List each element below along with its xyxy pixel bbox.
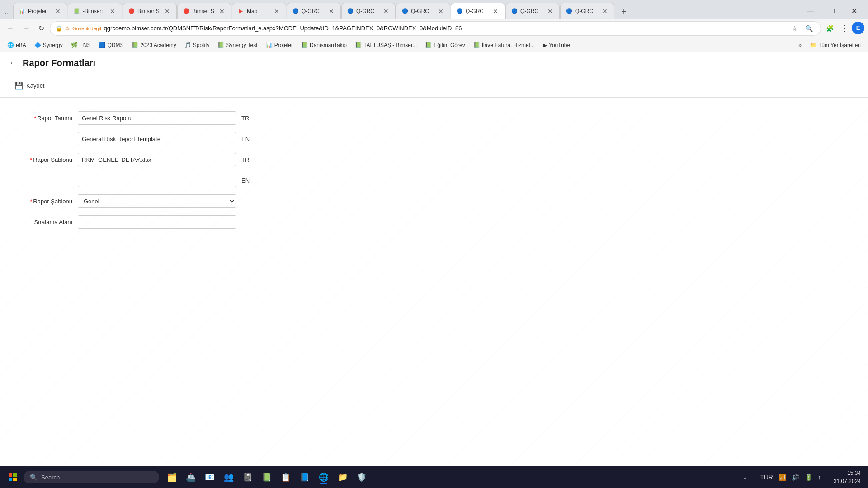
tab-qgrc4-active[interactable]: 🔵 Q-GRC ✕ — [451, 3, 505, 19]
taskbar-tasks-icon[interactable]: 📋 — [277, 468, 295, 486]
tab-mab[interactable]: ▶ Mab ✕ — [232, 3, 286, 19]
bookmark-danisman-label: DanismanTakip — [310, 42, 347, 48]
tab-bimser-s1-favicon: 🔴 — [128, 8, 135, 14]
tab-qgrc6[interactable]: 🔵 Q-GRC ✕ — [560, 3, 614, 19]
bookmark-2023academy[interactable]: 📗 2023 Academy — [128, 41, 179, 50]
tab-bimser-s2-favicon: 🔴 — [183, 8, 189, 14]
save-button[interactable]: 💾 Kaydet — [9, 79, 50, 93]
search-in-page[interactable]: 🔍 — [802, 22, 815, 35]
tab-qgrc5[interactable]: 🔵 Q-GRC ✕ — [505, 3, 560, 19]
tab-mab-close[interactable]: ✕ — [273, 8, 280, 15]
bookmark-synergy[interactable]: 🔷 Synergy — [31, 41, 66, 50]
bookmark-youtube[interactable]: ▶ YouTube — [539, 41, 574, 50]
tab-bimser-excel-close[interactable]: ✕ — [109, 8, 116, 15]
battery-icon[interactable]: 🔋 — [803, 472, 814, 483]
wifi-icon[interactable]: 📶 — [777, 472, 788, 483]
tab-mab-favicon: ▶ — [238, 8, 244, 14]
tab-projeler[interactable]: 📊 Projeler ✕ — [13, 3, 67, 19]
close-button[interactable]: ✕ — [844, 3, 864, 19]
siralama-alani-input[interactable] — [78, 215, 236, 229]
taskbar-teams-icon[interactable]: 👥 — [220, 468, 238, 486]
profile-button[interactable]: E — [852, 22, 864, 34]
tab-qgrc4-title: Q-GRC — [466, 8, 489, 14]
minimize-button[interactable]: — — [800, 3, 821, 19]
bookmark-egitim-label: Eğitim Görev — [434, 42, 465, 48]
bookmark-egitim[interactable]: 📗 Eğitim Görev — [421, 41, 468, 50]
taskbar-word-icon[interactable]: 📘 — [296, 468, 314, 486]
bookmark-youtube-favicon: ▶ — [543, 42, 547, 48]
taskbar-ship-icon[interactable]: 🚢 — [182, 468, 200, 486]
back-button[interactable]: ← — [4, 22, 17, 35]
bookmark-youtube-label: YouTube — [549, 42, 570, 48]
taskbar-pinned-icons: 🗂️ 🚢 📧 👥 📓 📗 📋 📘 🌐 📁 🛡️ — [163, 468, 371, 486]
taskbar-clock[interactable]: 15:34 31.07.2024 — [830, 469, 864, 485]
bookmarks-more-btn[interactable]: » — [795, 41, 805, 50]
taskbar-file-explorer-icon[interactable]: 📁 — [334, 468, 352, 486]
folder-icon: 📁 — [810, 42, 816, 48]
bookmark-projeler[interactable]: 📊 Projeler — [262, 41, 297, 50]
bookmark-eba[interactable]: 🌐 eBA — [4, 41, 30, 50]
refresh-button[interactable]: ↻ — [34, 22, 48, 35]
tab-qgrc3-close[interactable]: ✕ — [437, 8, 444, 15]
svg-rect-1 — [13, 473, 17, 477]
tab-qgrc5-close[interactable]: ✕ — [547, 8, 554, 15]
tab-qgrc2-close[interactable]: ✕ — [382, 8, 390, 15]
bookmark-danisman-favicon: 📗 — [301, 42, 308, 48]
extensions-btn[interactable]: 🧩 — [823, 22, 836, 35]
bookmark-synergy-test-favicon: 📗 — [217, 42, 224, 48]
taskbar-chrome-icon[interactable]: 🌐 — [315, 468, 333, 486]
tab-bimser-s1[interactable]: 🔴 Bimser S ✕ — [123, 3, 177, 19]
sync-icon[interactable]: ↕ — [816, 472, 823, 483]
start-button[interactable] — [4, 468, 22, 486]
rapor-sablonu-tr-input[interactable] — [78, 153, 236, 166]
taskbar-onenote-icon[interactable]: 📓 — [239, 468, 257, 486]
menu-btn[interactable]: ⋮ — [837, 22, 851, 35]
tab-bimser-excel[interactable]: 📗 -Bimser: ✕ — [68, 3, 122, 19]
tab-qgrc6-close[interactable]: ✕ — [601, 8, 609, 15]
taskbar-explorer-icon[interactable]: 🗂️ — [163, 468, 181, 486]
taskbar-search-icon: 🔍 — [30, 474, 38, 481]
bookmark-tai[interactable]: 📗 TAİ TUSAŞ - Bimser... — [351, 41, 420, 50]
address-bar[interactable]: 🔒 ⚠ Güvenli değil qgrcdemo.bimser.com.tr… — [50, 21, 821, 36]
app-header: ← Rapor Formatları — [0, 52, 868, 74]
tab-expand-btn[interactable]: ⌄ — [0, 6, 13, 19]
tab-qgrc5-favicon: 🔵 — [511, 8, 518, 14]
taskbar-notifications[interactable]: ⌄ — [739, 472, 751, 482]
rapor-tanimi-en-input[interactable] — [78, 132, 236, 145]
bookmark-star[interactable]: ☆ — [788, 22, 801, 35]
tab-bimser-s1-close[interactable]: ✕ — [164, 8, 171, 15]
tab-qgrc1-close[interactable]: ✕ — [328, 8, 335, 15]
taskbar-security-icon[interactable]: 🛡️ — [353, 468, 371, 486]
bookmarks-folder[interactable]: 📁 Tüm Yer İşaretleri — [806, 41, 864, 50]
tab-qgrc2[interactable]: 🔵 Q-GRC ✕ — [341, 3, 396, 19]
taskbar-excel-icon[interactable]: 📗 — [258, 468, 276, 486]
tab-bimser-s2-close[interactable]: ✕ — [218, 8, 226, 15]
maximize-button[interactable]: □ — [822, 3, 843, 19]
language-indicator: TUR — [758, 472, 775, 483]
bookmark-qdms[interactable]: 🟦 QDMS — [95, 41, 127, 50]
tab-qgrc4-close[interactable]: ✕ — [492, 8, 499, 15]
bookmark-qdms-label: QDMS — [107, 42, 123, 48]
taskbar-right: ⌄ TUR 📶 🔊 🔋 ↕ 15:34 31.07.2024 — [739, 469, 864, 485]
bookmark-danisman[interactable]: 📗 DanismanTakip — [297, 41, 350, 50]
folder-label: Tüm Yer İşaretleri — [818, 42, 861, 48]
taskbar-search[interactable]: 🔍 Search — [24, 471, 159, 483]
new-tab-button[interactable]: + — [617, 5, 631, 19]
tab-bimser-excel-title: -Bimser: — [83, 8, 106, 14]
tab-qgrc1[interactable]: 🔵 Q-GRC ✕ — [287, 3, 341, 19]
bookmark-ens[interactable]: 🌿 ENS — [67, 41, 94, 50]
tab-bimser-s2[interactable]: 🔴 Bimser S ✕ — [177, 3, 231, 19]
tab-qgrc3[interactable]: 🔵 Q-GRC ✕ — [396, 3, 450, 19]
volume-icon[interactable]: 🔊 — [790, 472, 801, 483]
bookmark-spotify[interactable]: 🎵 Spotify — [181, 41, 213, 50]
tab-projeler-close[interactable]: ✕ — [54, 8, 61, 15]
bookmark-synergy-test[interactable]: 📗 Synergy Test — [214, 41, 261, 50]
rapor-tanimi-tr-input[interactable] — [78, 111, 236, 125]
taskbar-outlook-icon[interactable]: 📧 — [201, 468, 219, 486]
rapor-sablonu-type-select[interactable]: Genel — [78, 194, 236, 208]
bookmark-spotify-favicon: 🎵 — [184, 42, 191, 48]
rapor-sablonu-en-input[interactable] — [78, 174, 236, 187]
bookmark-ilave[interactable]: 📗 İlave Fatura. Hizmet... — [470, 41, 538, 50]
forward-button[interactable]: → — [19, 22, 33, 35]
back-arrow-button[interactable]: ← — [9, 58, 17, 68]
